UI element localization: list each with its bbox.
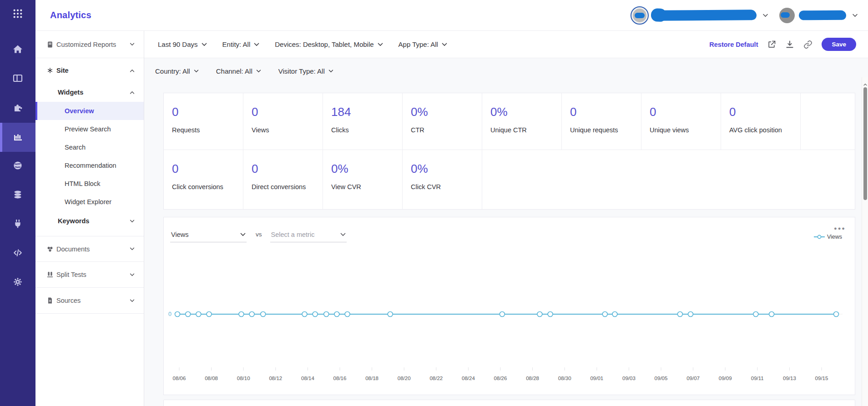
chevron-down-icon	[130, 247, 135, 251]
stat-label: AVG click position	[729, 126, 796, 134]
sidebar: Customized Reports Site Widgets	[35, 31, 144, 406]
entity-filter[interactable]: Entity: All	[222, 40, 260, 48]
filter-label: Channel: All	[216, 67, 252, 75]
report-icon	[46, 41, 54, 48]
stat-label: Click CVR	[411, 183, 477, 190]
devices-filter[interactable]: Devices: Desktop, Tablet, Mobile	[275, 40, 383, 48]
x-axis-label: 08/18	[365, 376, 378, 381]
sidebar-item-recommendation[interactable]: Recommendation	[35, 156, 144, 175]
chevron-down-icon	[852, 14, 858, 17]
site-icon	[46, 67, 54, 74]
sidebar-item-widgets[interactable]: Widgets	[35, 83, 144, 102]
app-type-filter[interactable]: App Type: All	[399, 40, 447, 48]
split-tests-icon	[46, 271, 54, 278]
x-axis-label: 08/30	[558, 376, 571, 381]
data-point-marker	[388, 312, 393, 317]
stat-label: Clicks	[331, 126, 398, 134]
chevron-down-icon	[130, 299, 135, 302]
x-axis-label: 08/10	[237, 376, 250, 381]
save-button[interactable]: Save	[822, 38, 856, 51]
x-axis-label: 09/09	[719, 376, 732, 381]
sidebar-item-html-block[interactable]: HTML Block	[35, 175, 144, 193]
chart-legend[interactable]: Views	[814, 234, 842, 240]
x-axis-label: 08/28	[526, 376, 539, 381]
chevron-down-icon	[202, 43, 207, 46]
rail-item-layout[interactable]	[0, 65, 35, 94]
sidebar-item-overview[interactable]: Overview	[35, 102, 144, 120]
chevron-down-icon	[378, 43, 383, 46]
x-axis-label: 08/12	[269, 376, 282, 381]
views-line-chart: 008/0608/0808/1008/1208/1408/1608/1808/2…	[164, 217, 855, 395]
data-point-marker	[769, 312, 774, 317]
sources-icon	[46, 297, 54, 304]
country-filter[interactable]: Country: All	[155, 67, 199, 75]
redacted-user-menu[interactable]	[779, 8, 858, 23]
link-icon[interactable]	[803, 40, 812, 49]
stat-value: 0	[570, 105, 636, 119]
stat-click-cvr: 0% Click CVR	[403, 150, 482, 209]
chevron-down-icon	[130, 43, 135, 46]
scroll-up-icon[interactable]	[863, 80, 867, 88]
rail-item-data[interactable]	[0, 181, 35, 210]
plug-icon	[12, 218, 23, 231]
stat-unique-views: 0 Unique views	[641, 93, 721, 150]
data-point-marker	[834, 312, 839, 317]
stat-ctr: 0% CTR	[403, 93, 482, 150]
sidebar-item-documents[interactable]: Documents	[35, 236, 144, 262]
data-point-marker	[688, 312, 693, 317]
chart-more-menu-icon[interactable]: ●●●	[834, 226, 846, 231]
vertical-scrollbar[interactable]	[862, 77, 868, 406]
download-icon[interactable]	[785, 40, 794, 49]
gear-icon	[12, 276, 23, 289]
channel-filter[interactable]: Channel: All	[216, 67, 261, 75]
rail-item-geo[interactable]	[0, 152, 35, 181]
secondary-metric-select[interactable]: Select a metric	[270, 229, 347, 242]
rail-item-integrations[interactable]	[0, 94, 35, 123]
stat-value: 0	[650, 105, 716, 119]
data-point-marker	[186, 312, 191, 317]
visitor-type-filter[interactable]: Visitor Type: All	[278, 67, 333, 75]
stat-click-conversions: 0 Click conversions	[164, 150, 243, 209]
redacted-site-selector[interactable]	[631, 6, 768, 25]
layout-icon	[12, 73, 23, 85]
sidebar-item-sources[interactable]: Sources	[35, 288, 144, 314]
stat-value: 184	[331, 105, 398, 119]
bar-chart-icon	[12, 131, 23, 144]
share-icon[interactable]	[767, 40, 776, 49]
divider	[35, 231, 144, 236]
sidebar-item-site[interactable]: Site	[35, 58, 144, 83]
sidebar-item-search[interactable]: Search	[35, 138, 144, 156]
rail-item-settings[interactable]	[0, 268, 35, 297]
rail-item-developer[interactable]	[0, 239, 35, 268]
sidebar-item-widget-explorer[interactable]: Widget Explorer	[35, 193, 144, 211]
data-point-marker	[261, 312, 266, 317]
rail-item-connectors[interactable]	[0, 210, 35, 239]
rail-item-analytics[interactable]	[0, 123, 35, 152]
filter-bar: Last 90 Days Entity: All Devices: Deskto…	[144, 31, 868, 58]
sidebar-item-customized-reports[interactable]: Customized Reports	[35, 31, 144, 58]
app-grid-icon[interactable]	[13, 9, 23, 19]
sidebar-item-label: Site	[56, 67, 69, 74]
primary-metric-select[interactable]: Views	[170, 229, 247, 242]
stat-label: View CVR	[331, 183, 398, 190]
data-point-marker	[602, 312, 607, 317]
rail-item-home[interactable]	[0, 35, 35, 65]
sidebar-item-label: Split Tests	[56, 271, 86, 278]
sidebar-item-preview-search[interactable]: Preview Search	[35, 120, 144, 138]
x-axis-label: 09/15	[815, 376, 828, 381]
chart-metric-controls: Views vs Select a metric	[170, 229, 347, 242]
sidebar-item-label: HTML Block	[65, 180, 100, 187]
sidebar-item-split-tests[interactable]: Split Tests	[35, 262, 144, 288]
kpi-summary-card: 0 Requests 0 Views 184 Clicks 0% CTR 0% …	[163, 93, 855, 210]
stat-value: 0	[252, 162, 318, 176]
stat-requests: 0 Requests	[164, 93, 243, 150]
restore-default-link[interactable]: Restore Default	[709, 41, 758, 48]
sidebar-item-keywords[interactable]: Keywords	[35, 211, 144, 231]
next-section-card	[163, 400, 855, 406]
date-range-filter[interactable]: Last 90 Days	[158, 40, 207, 48]
sidebar-item-label: Customized Reports	[56, 41, 116, 48]
scrollbar-thumb[interactable]	[863, 87, 867, 200]
metrics-chart-card: 008/0608/0808/1008/1208/1408/1608/1808/2…	[163, 217, 855, 395]
x-axis-label: 09/01	[590, 376, 603, 381]
data-point-marker	[334, 312, 339, 317]
